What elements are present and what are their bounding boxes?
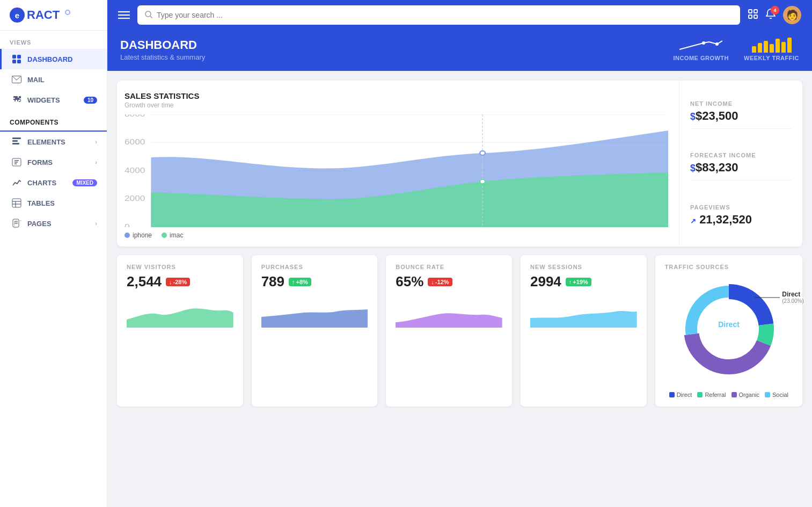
- mini-stats-row: NEW VISITORS 2,544 ↓-28% PURCHASES 78: [117, 255, 802, 407]
- weekly-traffic-stat[interactable]: WEEKLY TRAFFIC: [744, 38, 799, 61]
- dashboard-title: DASHBOARD: [120, 38, 205, 52]
- svg-rect-2: [12, 60, 16, 63]
- dashboard-header: DASHBOARD Latest statistics & summary IN…: [107, 30, 812, 71]
- sidebar-item-label: PAGES: [27, 220, 52, 228]
- dashboard-title-block: DASHBOARD Latest statistics & summary: [120, 38, 205, 61]
- legend-imac: imac: [162, 231, 183, 239]
- sidebar-item-label: DASHBOARD: [27, 55, 73, 63]
- sidebar-item-label: ELEMENTS: [27, 138, 65, 146]
- charts-icon: [11, 177, 22, 188]
- weekly-bar: [764, 41, 768, 53]
- sales-stats-section: NET INCOME $$23,500 FORECAST INCOME $$83…: [679, 81, 802, 247]
- bounce-rate-label: BOUNCE RATE: [396, 264, 502, 270]
- sales-chart-sub: Growth over time: [125, 102, 668, 109]
- sales-chart-title: SALES STATISTICS: [125, 91, 668, 100]
- weekly-bar: [787, 38, 792, 53]
- new-visitors-label: NEW VISITORS: [127, 264, 233, 270]
- logo: e RACT: [0, 0, 107, 31]
- sidebar-item-charts[interactable]: CHARTS MIXED: [0, 172, 107, 193]
- notification-count: 4: [771, 6, 779, 15]
- weekly-bar: [752, 46, 756, 53]
- sidebar-item-elements[interactable]: ELEMENTS ›: [0, 132, 107, 152]
- legend-organic-dot: [731, 392, 737, 397]
- svg-point-58: [753, 296, 755, 299]
- sales-chart-svg: 0 2000 4000 6000 8000: [125, 114, 668, 227]
- svg-rect-27: [749, 15, 752, 18]
- charts-badge: MIXED: [72, 179, 97, 186]
- donut-legend: Direct Referral Organic Social: [669, 392, 788, 398]
- svg-point-43: [480, 151, 485, 155]
- pageviews-label: PAGEVIEWS: [690, 204, 792, 211]
- expand-icon[interactable]: [748, 9, 758, 22]
- net-income-label: NET INCOME: [690, 100, 792, 107]
- svg-text:4000: 4000: [125, 166, 145, 175]
- svg-line-24: [150, 16, 152, 18]
- income-growth-label: INCOME GROWTH: [673, 55, 729, 61]
- new-visitors-value: 2,544 ↓-28%: [127, 273, 233, 290]
- svg-rect-6: [12, 140, 18, 142]
- logo-text: RACT: [27, 8, 60, 22]
- svg-text:2000: 2000: [125, 194, 145, 202]
- sidebar-item-label: CHARTS: [27, 179, 56, 187]
- svg-text:6000: 6000: [125, 138, 145, 146]
- svg-rect-12: [12, 199, 21, 207]
- sidebar-item-widgets[interactable]: WIDGETS 10: [0, 90, 107, 110]
- table-icon: [11, 198, 22, 208]
- legend-social: Social: [765, 392, 788, 398]
- pageviews-value: ↗ 21,32,520: [690, 213, 792, 227]
- sidebar-item-tables[interactable]: TABLES: [0, 193, 107, 213]
- legend-direct: Direct: [669, 392, 692, 398]
- legend-direct-dot: [669, 392, 675, 397]
- search-input[interactable]: [157, 11, 733, 19]
- new-sessions-value: 2994 ↑+19%: [530, 273, 637, 290]
- chevron-right-icon: ›: [95, 220, 97, 227]
- sidebar-item-forms[interactable]: FORMS ›: [0, 152, 107, 172]
- sidebar-item-label: TABLES: [27, 199, 55, 207]
- new-sessions-label: NEW SESSIONS: [530, 264, 637, 270]
- sidebar-item-label: MAIL: [27, 76, 45, 84]
- grid-icon: [11, 54, 22, 64]
- elements-icon: [11, 136, 22, 147]
- legend-imac-dot: [162, 233, 167, 238]
- dashboard-content: SALES STATISTICS Growth over time 0 2000…: [107, 71, 812, 507]
- net-income-value: $$23,500: [690, 109, 792, 123]
- purchases-card: PURCHASES 789 ↑+8%: [252, 255, 378, 407]
- main-content: 4 🧑 DASHBOARD Latest statistics & summar…: [107, 0, 812, 507]
- logo-dot: [65, 10, 70, 15]
- components-label: COMPONENTS: [0, 110, 107, 132]
- hamburger-button[interactable]: [118, 11, 130, 19]
- bounce-rate-value: 65% ↓-12%: [396, 273, 502, 290]
- weekly-traffic-label: WEEKLY TRAFFIC: [744, 55, 799, 61]
- svg-rect-28: [754, 15, 757, 18]
- svg-rect-5: [12, 137, 21, 139]
- svg-rect-3: [17, 60, 21, 63]
- legend-organic-label: Organic: [739, 392, 760, 398]
- legend-referral-label: Referral: [705, 392, 726, 398]
- svg-text:0: 0: [125, 223, 130, 227]
- legend-iphone-dot: [125, 233, 130, 238]
- income-growth-stat[interactable]: INCOME GROWTH: [673, 38, 729, 61]
- net-income-block: NET INCOME $$23,500: [690, 95, 792, 129]
- puzzle-icon: [11, 95, 22, 105]
- legend-iphone: iphone: [125, 231, 152, 239]
- svg-rect-25: [749, 10, 752, 13]
- weekly-traffic-bars: [752, 38, 792, 53]
- sidebar-item-dashboard[interactable]: DASHBOARD: [0, 49, 107, 69]
- sidebar-item-mail[interactable]: MAIL: [0, 69, 107, 90]
- svg-rect-0: [12, 55, 16, 59]
- purchases-value: 789 ↑+8%: [261, 273, 368, 290]
- topbar-right: 4 🧑: [748, 6, 801, 24]
- notification-button[interactable]: 4: [766, 9, 776, 22]
- income-growth-icon: [679, 38, 722, 53]
- sales-chart-section: SALES STATISTICS Growth over time 0 2000…: [117, 81, 679, 247]
- traffic-sources-title: TRAFFIC SOURCES: [665, 264, 793, 270]
- chevron-right-icon: ›: [95, 139, 97, 145]
- sidebar-item-pages[interactable]: PAGES ›: [0, 213, 107, 234]
- weekly-bar: [781, 42, 786, 53]
- new-visitors-card: NEW VISITORS 2,544 ↓-28%: [117, 255, 243, 407]
- new-visitors-chart: [127, 295, 233, 328]
- forecast-income-label: FORECAST INCOME: [690, 152, 792, 158]
- avatar[interactable]: 🧑: [783, 6, 801, 24]
- svg-point-44: [480, 179, 485, 184]
- forecast-income-value: $$83,230: [690, 161, 792, 175]
